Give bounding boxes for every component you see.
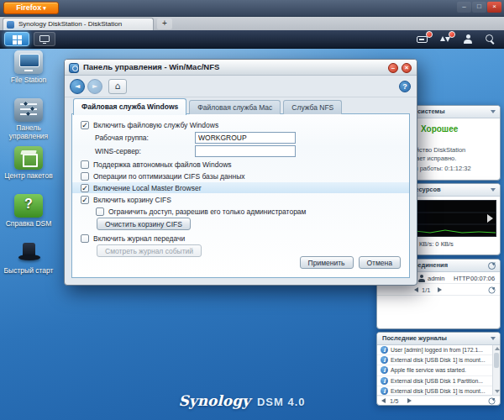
row-transfer-log: Включить журнал передачи bbox=[81, 233, 401, 244]
chevron-down-icon bbox=[491, 110, 496, 113]
workgroup-input[interactable] bbox=[195, 132, 296, 144]
next-page-icon[interactable] bbox=[407, 398, 412, 403]
browser-titlebar[interactable]: Firefox▾ – □ × bbox=[0, 0, 504, 17]
tab-bar: Файловая служба Windows Файловая служба … bbox=[65, 97, 417, 114]
browser-minimize-button[interactable]: – bbox=[457, 2, 471, 13]
cancel-button[interactable]: Отмена bbox=[359, 256, 402, 269]
window-toolbar: ◄ ► ⌂ ? bbox=[65, 76, 417, 97]
page-indicator: 1/5 bbox=[390, 397, 398, 405]
info-icon bbox=[381, 377, 388, 385]
new-tab-button[interactable]: + bbox=[157, 18, 172, 29]
firefox-window: Firefox▾ – □ × Synology DiskStation - Di… bbox=[0, 0, 504, 420]
search-button[interactable] bbox=[485, 34, 497, 45]
refresh-icon[interactable] bbox=[488, 397, 495, 404]
checkbox-offline-files[interactable] bbox=[81, 160, 89, 169]
desktop-icon-quick-start[interactable]: Быстрый старт bbox=[2, 241, 55, 276]
desktop-icon-label: Центр пакетов bbox=[2, 172, 55, 181]
refresh-icon[interactable] bbox=[488, 262, 496, 270]
control-panel-icon bbox=[14, 98, 43, 122]
info-icon bbox=[381, 346, 388, 354]
browser-maximize-button[interactable]: □ bbox=[472, 2, 486, 13]
browser-tab[interactable]: Synology DiskStation - DiskStation bbox=[3, 18, 154, 30]
scroll-up-icon[interactable] bbox=[495, 347, 500, 350]
page-indicator: 1/1 bbox=[422, 286, 430, 294]
chart-next-arrow[interactable] bbox=[487, 214, 493, 223]
log-text: Apple file service was started. bbox=[391, 367, 466, 373]
checkbox-recycle-bin[interactable]: ✓ bbox=[81, 196, 89, 204]
log-text: External disk [USB Disk 1] is mount... bbox=[391, 388, 486, 394]
background-tasks-button[interactable] bbox=[439, 34, 452, 45]
browser-close-button[interactable]: × bbox=[487, 2, 501, 13]
view-log-button[interactable]: Смотреть журнал событий bbox=[97, 244, 202, 257]
window-title: Панель управления - Win/Mac/NFS bbox=[83, 62, 219, 71]
prev-page-icon[interactable] bbox=[414, 287, 418, 292]
connections-pagination: 1/1 bbox=[377, 285, 500, 296]
info-icon bbox=[381, 366, 388, 374]
checkbox-restrict-admin[interactable] bbox=[96, 207, 104, 216]
prev-page-icon[interactable] bbox=[381, 398, 386, 403]
log-text: External disk [USB Disk 1] is mount... bbox=[391, 357, 486, 363]
window-titlebar[interactable]: Панель управления - Win/Mac/NFS – × bbox=[65, 60, 417, 76]
row-recycle-bin: ✓ Включить корзину CIFS bbox=[81, 194, 401, 205]
logs-pagination: 1/5 bbox=[377, 395, 500, 405]
magician-hat-icon bbox=[14, 241, 43, 265]
forward-button[interactable]: ► bbox=[87, 79, 102, 94]
checkbox-label: Ограничить доступ, разрешив его только а… bbox=[108, 207, 306, 216]
desktop-icon-label: File Station bbox=[2, 76, 55, 85]
form-actions: Применить Отмена bbox=[300, 256, 401, 269]
health-status: Хорошее bbox=[421, 124, 458, 134]
notification-badge bbox=[449, 31, 455, 38]
help-icon bbox=[14, 194, 43, 218]
dsm-taskbar bbox=[0, 30, 504, 49]
checkbox-enable-smb[interactable]: ✓ bbox=[81, 121, 89, 129]
info-icon bbox=[381, 387, 388, 395]
apply-button[interactable]: Применить bbox=[300, 256, 354, 269]
window-close-button[interactable]: × bbox=[402, 63, 412, 73]
desktop-icon-file-station[interactable]: File Station bbox=[2, 50, 55, 85]
external-device-button[interactable] bbox=[417, 34, 429, 45]
help-button[interactable]: ? bbox=[399, 81, 411, 92]
window-minimize-button[interactable]: – bbox=[388, 63, 398, 73]
scrollbar-thumb[interactable] bbox=[494, 353, 499, 368]
log-row: External disk [USB Disk 1] is mount... bbox=[377, 355, 500, 365]
desktop-icon-control-panel[interactable]: Панель управления bbox=[2, 98, 55, 141]
back-button[interactable]: ◄ bbox=[70, 79, 85, 94]
connection-time: 00:07:06 bbox=[470, 275, 495, 282]
log-text: User [admin] logged in from [172.1... bbox=[391, 347, 483, 353]
notification-badge bbox=[426, 31, 433, 38]
next-page-icon[interactable] bbox=[438, 287, 442, 292]
user-menu-button[interactable] bbox=[462, 34, 475, 45]
info-icon bbox=[381, 356, 388, 364]
refresh-icon[interactable] bbox=[488, 286, 495, 293]
pilot-view-button[interactable] bbox=[34, 32, 55, 46]
dsm-branding: SynologyDSM 4.0 bbox=[179, 392, 306, 409]
scroll-down-icon[interactable] bbox=[495, 390, 500, 393]
recent-logs-header[interactable]: Последние журналы bbox=[377, 333, 500, 345]
desktop-icon-dsm-help[interactable]: Справка DSM bbox=[2, 194, 55, 228]
checkbox-local-master-browser[interactable]: ✓ bbox=[81, 184, 89, 192]
tab-nfs-service[interactable]: Служба NFS bbox=[283, 100, 342, 114]
row-cifs-db: Операции по оптимизации CIFS базы данных bbox=[81, 171, 401, 181]
row-restrict-admin: Ограничить доступ, разрешив его только а… bbox=[81, 206, 401, 217]
log-row: External disk [USB Disk 1 Partition... bbox=[377, 376, 500, 386]
checkbox-transfer-log[interactable] bbox=[81, 234, 89, 243]
desktop-icon-label: Справка DSM bbox=[2, 220, 55, 228]
tab-mac-file-service[interactable]: Файловая служба Mac bbox=[189, 100, 281, 114]
file-station-icon bbox=[14, 50, 43, 74]
desktop-icon-package-center[interactable]: Центр пакетов bbox=[2, 146, 55, 181]
home-button[interactable]: ⌂ bbox=[108, 79, 127, 94]
firefox-menu-button[interactable]: Firefox▾ bbox=[3, 2, 59, 14]
tab-windows-file-service[interactable]: Файловая служба Windows bbox=[73, 98, 186, 115]
desktop-icon-label: Быстрый старт bbox=[2, 267, 55, 276]
connection-protocol: HTTP bbox=[454, 275, 470, 282]
row-enable-smb: ✓ Включить файловую службу Windows bbox=[81, 119, 401, 130]
desktop: File Station Панель управления Центр пак… bbox=[0, 49, 504, 420]
desktop-icon-label: Панель управления bbox=[2, 124, 55, 141]
clear-recycle-button[interactable]: Очистить корзину CIFS bbox=[97, 218, 191, 230]
usb-device-icon bbox=[417, 36, 428, 43]
wins-server-input[interactable] bbox=[195, 145, 296, 157]
person-icon bbox=[418, 275, 425, 282]
scrollbar[interactable] bbox=[492, 345, 500, 395]
main-menu-button[interactable] bbox=[4, 32, 29, 46]
checkbox-cifs-db[interactable] bbox=[81, 172, 89, 181]
